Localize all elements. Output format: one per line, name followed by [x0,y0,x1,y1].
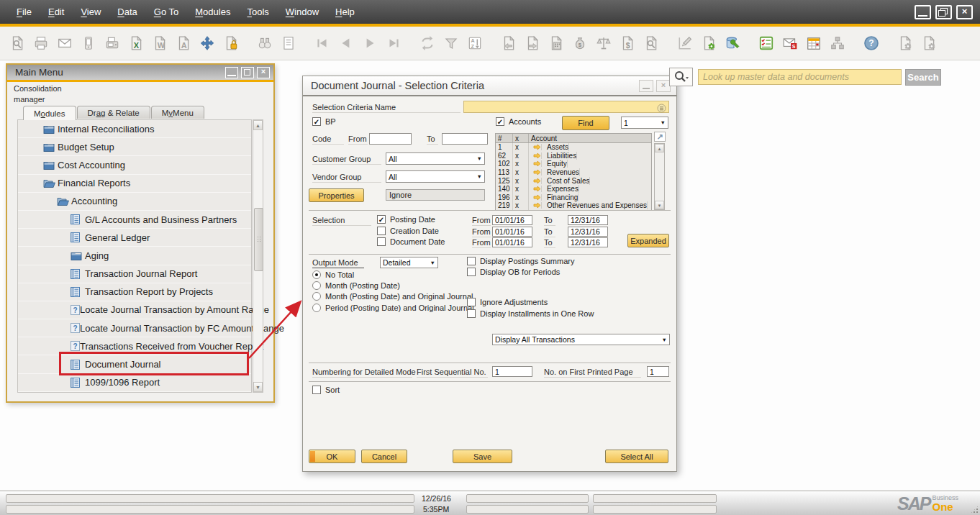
base-document-icon[interactable]: $ [617,34,637,53]
minimize-window-button[interactable] [915,5,931,19]
customer-group-dropdown[interactable]: All▼ [386,152,485,165]
menu-help[interactable]: Help [335,6,355,17]
first-record-icon[interactable] [312,34,332,53]
link-arrow-icon[interactable] [531,160,542,167]
email-icon[interactable] [55,34,74,53]
properties-ignore-field[interactable]: Ignore [386,189,485,201]
radio-period-posting-date-and-original-journal[interactable]: Period (Posting Date) and Original Journ… [312,304,474,312]
print-preview-icon[interactable] [7,34,27,53]
accounts-scrollbar[interactable]: ▲ ▼ [654,143,665,210]
main-menu-close-button[interactable]: × [257,67,270,78]
tree-item-cost-accounting[interactable]: Cost Accounting [18,156,251,174]
org-chart-icon[interactable] [827,34,847,53]
main-menu-minimize-button[interactable] [225,67,238,78]
tree-item-budget-setup[interactable]: Budget Setup [18,138,251,156]
link-arrow-icon[interactable] [531,152,542,159]
last-record-icon[interactable] [384,34,403,53]
vendor-group-dropdown[interactable]: All▼ [386,170,485,183]
posting-date-from-input[interactable] [492,215,532,225]
expand-grid-icon[interactable]: ↗ [654,132,666,142]
alerts-checklist-icon[interactable] [756,34,776,53]
settings-doc-2-icon[interactable] [919,34,938,53]
scrollbar-thumb[interactable] [254,208,263,271]
properties-button[interactable]: Properties [309,188,364,202]
print-icon[interactable] [31,34,50,53]
document-search-icon[interactable] [641,34,661,53]
accounts-scroll-up-icon[interactable]: ▲ [655,144,664,152]
help-icon[interactable]: ? [861,34,881,53]
find-button[interactable]: Find [562,116,609,130]
creation-date-to-input[interactable] [568,227,608,237]
cancel-button[interactable]: Cancel [361,450,407,463]
volume-weight-icon[interactable] [594,34,613,53]
select-all-button[interactable]: Select All [605,450,668,463]
find-icon[interactable] [255,34,274,53]
payment-means-icon[interactable] [546,34,566,53]
link-arrow-icon[interactable] [531,169,542,176]
scroll-down-icon[interactable]: ▼ [253,382,263,392]
choose-criteria-icon[interactable] [657,103,666,116]
search-button[interactable]: Search [905,69,941,86]
tree-item-transaction-journal-report[interactable]: Transaction Journal Report [18,265,251,283]
accounts-checkbox[interactable]: ✓Accounts [496,117,541,126]
posting-date-to-input[interactable] [568,215,608,225]
menu-go-to[interactable]: Go To [154,6,178,17]
document-date-checkbox[interactable]: Document Date [377,237,445,246]
dialog-minimize-button[interactable] [639,80,653,92]
account-row[interactable]: 125xCost of Sales [495,176,652,185]
edit-chart-icon[interactable] [675,34,694,53]
display-installments-in-one-row-checkbox[interactable]: Display Installments in One Row [467,309,594,318]
fax-icon[interactable] [102,34,122,53]
menu-view[interactable]: View [81,6,101,17]
tree-item-internal-reconciliations[interactable]: Internal Reconciliations [18,120,251,138]
account-row[interactable]: 196xFinancing [495,193,652,202]
tree-item-g-l-accounts-and-business-partners[interactable]: G/L Accounts and Business Partners [18,211,251,229]
code-to-input[interactable] [442,133,488,145]
launch-application-icon[interactable] [197,34,217,53]
calendar-icon[interactable] [804,34,823,53]
first-sequential-input[interactable] [492,366,532,377]
form-settings-icon[interactable] [699,34,718,53]
menu-modules[interactable]: Modules [195,6,230,17]
creation-date-from-input[interactable] [492,227,532,237]
sort-checkbox[interactable]: Sort [312,386,340,394]
transactions-dropdown[interactable]: Display All Transactions▼ [492,334,670,345]
tab-drag-relate[interactable]: Drag & Relate [77,106,150,119]
account-row[interactable]: 140xExpenses [495,185,652,193]
gross-profit-icon[interactable]: $ [570,34,589,53]
next-record-icon[interactable] [360,34,379,53]
refresh-record-icon[interactable] [417,34,437,53]
output-mode-label[interactable]: Output Mode [312,258,364,268]
link-arrow-icon[interactable] [531,178,542,184]
tree-item-1099-1096-report[interactable]: 1099/1096 Report [18,374,251,392]
ok-button[interactable]: OK [309,450,355,463]
menu-data[interactable]: Data [117,6,137,17]
tree-item-general-ledger[interactable]: General Ledger [18,229,251,247]
sort-table-icon[interactable]: AZ [465,34,484,53]
export-word-icon[interactable]: W [150,34,169,53]
search-input[interactable] [698,69,902,85]
menu-window[interactable]: Window [286,6,319,17]
bp-checkbox[interactable]: ✓BP [312,117,336,126]
copy-to-icon[interactable] [522,34,542,53]
save-button[interactable]: Save [453,450,512,463]
output-mode-dropdown[interactable]: Detailed▼ [380,257,438,268]
tab-modules[interactable]: Modules [23,106,76,120]
tree-item-aging[interactable]: Aging [18,247,251,265]
export-excel-icon[interactable]: X [126,34,145,53]
accounts-scroll-down-icon[interactable]: ▼ [655,201,664,209]
selection-criteria-name-field[interactable] [463,101,669,113]
ignore-adjustments-checkbox[interactable]: Ignore Adjustments [467,298,548,306]
search-magnifier-icon[interactable] [669,68,693,86]
resize-grip[interactable] [970,505,979,514]
export-pdf-icon[interactable]: A [173,34,193,53]
document-date-to-input[interactable] [568,237,608,247]
lock-screen-icon[interactable] [221,34,240,53]
display-ob-for-periods-checkbox[interactable]: Display OB for Periods [467,268,560,276]
system-settings-icon[interactable] [722,34,742,53]
link-arrow-icon[interactable] [531,144,542,150]
radio-month-posting-date[interactable]: Month (Posting Date) [312,281,400,290]
tree-item-transaction-report-by-projects[interactable]: Transaction Report by Projects [18,283,251,301]
account-row[interactable]: 1xAssets [495,143,652,152]
link-arrow-icon[interactable] [531,194,542,201]
